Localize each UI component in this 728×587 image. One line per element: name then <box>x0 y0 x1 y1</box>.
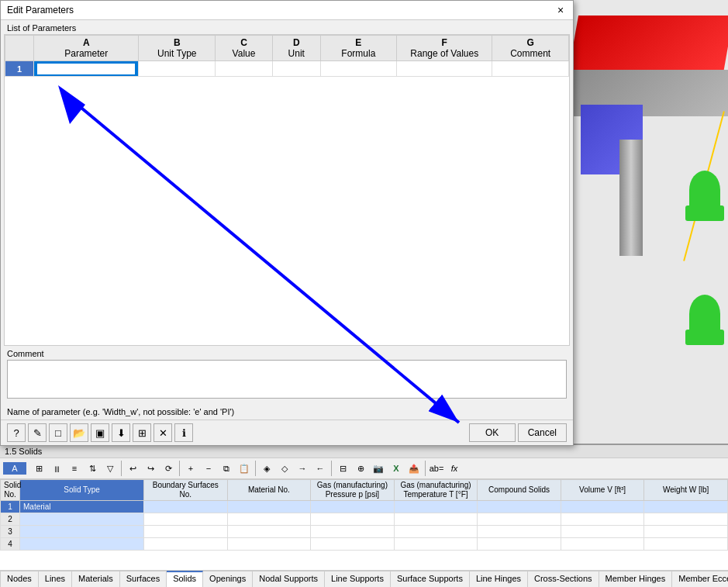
bt-export-btn[interactable]: 📤 <box>405 460 423 477</box>
bt-cell-4-g[interactable] <box>561 538 644 551</box>
toolbar-import-button[interactable]: ⬇ <box>112 423 130 442</box>
tab-materials[interactable]: Materials <box>72 571 120 587</box>
tab-member-eccentricities[interactable]: Member Eccentricities <box>672 571 728 587</box>
bottom-table-wrapper[interactable]: SolidNo. Solid Type Boundary Surfaces No… <box>0 479 728 570</box>
bt-fx-btn[interactable]: fx <box>446 460 463 477</box>
bt-select-btn[interactable]: ◈ <box>258 460 275 477</box>
bt-col-header-h: Weight W [lb] <box>644 480 728 501</box>
bt-cell-1-a[interactable]: Material <box>20 501 144 513</box>
bt-cell-4-d[interactable] <box>311 538 395 551</box>
bt-cell-3-f[interactable] <box>478 526 561 538</box>
bt-cell-2-g[interactable] <box>561 513 644 526</box>
bt-row-num-4: 4 <box>1 538 20 551</box>
tab-solids[interactable]: Solids <box>167 571 203 587</box>
bt-sort-btn[interactable]: ⇅ <box>84 460 101 477</box>
bt-cell-2-a[interactable] <box>20 513 144 526</box>
params-cell-1c[interactable] <box>216 61 273 77</box>
comment-textarea[interactable] <box>7 360 567 399</box>
bt-add-btn[interactable]: + <box>182 460 199 477</box>
bt-excel-btn[interactable]: X <box>388 460 405 477</box>
bt-cell-3-a[interactable] <box>20 526 144 538</box>
toolbar-info-button[interactable]: ℹ <box>174 423 193 442</box>
params-cell-1e[interactable] <box>320 61 397 77</box>
bt-cell-3-b[interactable] <box>144 526 228 538</box>
bt-del-btn[interactable]: − <box>200 460 217 477</box>
tab-member-hinges[interactable]: Member Hinges <box>599 571 673 587</box>
bt-cell-1-g[interactable] <box>561 501 644 513</box>
bottom-table-row-2[interactable]: 2 <box>1 513 728 526</box>
bt-arrow-btn[interactable]: → <box>294 460 311 477</box>
bt-arrow2-btn[interactable]: ← <box>312 460 329 477</box>
params-cell-1a[interactable] <box>33 61 139 77</box>
bt-cell-2-b[interactable] <box>144 513 228 526</box>
bt-redo-btn[interactable]: ↪ <box>142 460 159 477</box>
bt-cell-1-c[interactable] <box>227 501 311 513</box>
params-cell-1g[interactable] <box>492 61 569 77</box>
toolbar-view-button[interactable]: ▣ <box>91 423 109 442</box>
tab-nodal-supports[interactable]: Nodal Supports <box>253 571 325 587</box>
tab-openings[interactable]: Openings <box>203 571 253 587</box>
cancel-button[interactable]: Cancel <box>518 423 567 442</box>
toolbar-table-button[interactable]: ⊞ <box>133 423 151 442</box>
tab-lines[interactable]: Lines <box>39 571 72 587</box>
toolbar-new-button[interactable]: □ <box>49 423 67 442</box>
toolbar-edit-button[interactable]: ✎ <box>28 423 47 442</box>
bt-cell-3-h[interactable] <box>644 526 728 538</box>
bt-cell-2-e[interactable] <box>394 513 478 526</box>
tab-line-supports[interactable]: Line Supports <box>325 571 391 587</box>
bt-grid-btn[interactable]: ⊟ <box>334 460 351 477</box>
tab-cross-sections[interactable]: Cross-Sections <box>528 571 599 587</box>
params-table-wrapper[interactable]: A Parameter B Unit Type C Value D <box>4 34 570 346</box>
params-input-1a[interactable] <box>37 64 136 74</box>
tab-surface-supports[interactable]: Surface Supports <box>391 571 470 587</box>
toolbar-delete-button[interactable]: ✕ <box>154 423 172 442</box>
bottom-table-row-1[interactable]: 1 Material <box>1 501 728 513</box>
bt-screenshot-btn[interactable]: 📷 <box>370 460 387 477</box>
bt-cell-2-c[interactable] <box>227 513 311 526</box>
bottom-table-row-4[interactable]: 4 <box>1 538 728 551</box>
bt-cell-2-d[interactable] <box>311 513 395 526</box>
bt-cell-3-c[interactable] <box>227 526 311 538</box>
bt-paste-btn[interactable]: 📋 <box>236 460 253 477</box>
edit-parameters-dialog: Edit Parameters × List of Parameters A P… <box>0 0 574 446</box>
bt-cell-1-f[interactable] <box>478 501 561 513</box>
tab-line-hinges[interactable]: Line Hinges <box>470 571 528 587</box>
bt-filter-btn[interactable]: ▽ <box>102 460 119 477</box>
bt-cell-4-a[interactable] <box>20 538 144 551</box>
params-cell-1d[interactable] <box>272 61 320 77</box>
bt-cell-2-f[interactable] <box>478 513 561 526</box>
bt-cell-1-e[interactable] <box>394 501 478 513</box>
bt-cell-4-h[interactable] <box>644 538 728 551</box>
tab-nodes[interactable]: Nodes <box>0 571 39 587</box>
bt-zoom-btn[interactable]: ⊕ <box>352 460 369 477</box>
dialog-close-button[interactable]: × <box>554 4 567 16</box>
params-cell-1f[interactable] <box>397 61 492 77</box>
ok-button[interactable]: OK <box>469 423 516 442</box>
bt-cell-3-e[interactable] <box>394 526 478 538</box>
bt-cell-4-f[interactable] <box>478 538 561 551</box>
bt-row-btn[interactable]: ≡ <box>66 460 83 477</box>
bt-cell-1-b[interactable] <box>144 501 228 513</box>
bt-cell-3-d[interactable] <box>311 526 395 538</box>
bt-cell-3-g[interactable] <box>561 526 644 538</box>
params-row-1[interactable]: 1 <box>5 61 569 77</box>
params-cell-1b[interactable] <box>139 61 216 77</box>
bt-cell-4-b[interactable] <box>144 538 228 551</box>
bt-copy-btn[interactable]: ⧉ <box>218 460 235 477</box>
bt-cell-2-h[interactable] <box>644 513 728 526</box>
bt-cell-1-d[interactable] <box>311 501 395 513</box>
bt-desel-btn[interactable]: ◇ <box>276 460 293 477</box>
bt-formula-btn[interactable]: ab= <box>428 460 445 477</box>
dialog-toolbar: ? ✎ □ 📂 ▣ ⬇ ⊞ ✕ ℹ OK Cancel <box>1 420 573 445</box>
toolbar-help-button[interactable]: ? <box>7 423 26 442</box>
toolbar-open-button[interactable]: 📂 <box>70 423 88 442</box>
bt-refresh-btn[interactable]: ⟳ <box>160 460 177 477</box>
bt-table-btn[interactable]: ⊞ <box>30 460 47 477</box>
bt-cell-4-e[interactable] <box>394 538 478 551</box>
bt-col-btn[interactable]: ⫼ <box>48 460 65 477</box>
bottom-table-row-3[interactable]: 3 <box>1 526 728 538</box>
bt-undo-btn[interactable]: ↩ <box>124 460 141 477</box>
bt-cell-1-h[interactable] <box>644 501 728 513</box>
bt-cell-4-c[interactable] <box>227 538 311 551</box>
tab-surfaces[interactable]: Surfaces <box>120 571 167 587</box>
